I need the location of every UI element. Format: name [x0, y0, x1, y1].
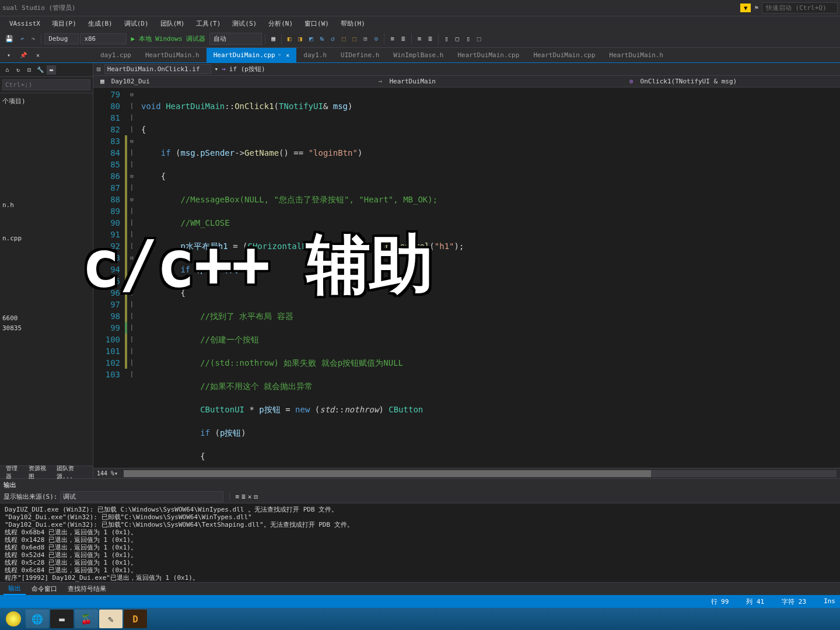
tab-winimplbase-h[interactable]: WinImplBase.h	[386, 48, 450, 62]
toolbar-icon[interactable]: ▦	[268, 33, 278, 44]
output-source-dropdown[interactable]: 调试	[60, 491, 223, 502]
close-icon[interactable]: ✕	[32, 51, 44, 60]
config-dropdown[interactable]: Debug	[44, 33, 79, 44]
nav-project[interactable]: Day102_Dui	[108, 78, 153, 85]
toolbar-icon[interactable]: ▯	[442, 33, 452, 44]
menu-tools[interactable]: 工具(T)	[191, 18, 225, 29]
solution-root[interactable]: 个项目)	[2, 96, 90, 107]
toolbar-icon[interactable]: ◧	[285, 33, 295, 44]
menu-team[interactable]: 团队(M)	[156, 18, 190, 29]
toolbar-icon[interactable]: ↺	[328, 33, 338, 44]
taskbar-app[interactable]: 🍒	[75, 610, 98, 628]
separator	[411, 34, 412, 44]
home-icon[interactable]: ⌂	[2, 65, 12, 75]
feedback-icon[interactable]: ⚑	[754, 4, 758, 12]
tab-day1-cpp[interactable]: day1.cpp	[93, 48, 138, 62]
dropdown-icon[interactable]: ▾	[215, 65, 219, 73]
code-text-area[interactable]: 7980818283848586878889909192939495969798…	[93, 88, 840, 468]
main-toolbar: 💾 ↶ ↷ Debug x86 ▶ 本地 Windows 调试器 自动 ▦ ◧ …	[0, 30, 840, 48]
arrow-icon: →	[375, 78, 386, 85]
tab-modified-icon: ◦	[278, 51, 282, 59]
toolbar-icon[interactable]: ≡	[415, 33, 425, 44]
wrench-icon[interactable]: 🔧	[36, 65, 45, 75]
toolbar-icon[interactable]: ⊞	[360, 33, 370, 44]
output-icon[interactable]: ≣	[242, 493, 246, 501]
toolbar-icon[interactable]: ⬚	[350, 33, 360, 44]
arrow-icon: →	[222, 65, 226, 73]
document-tabs: ▾ 📌 ✕ day1.cpp HeartDuiMain.h HeartDuiMa…	[0, 48, 840, 63]
toolbar-icon[interactable]: ▢	[453, 33, 463, 44]
start-debug-button[interactable]: ▶ 本地 Windows 调试器	[128, 33, 208, 45]
taskbar-app[interactable]: D	[124, 610, 147, 628]
output-icon[interactable]: ⊡	[254, 493, 258, 501]
toolbar-icon[interactable]: ⊙	[372, 33, 382, 44]
taskbar-app[interactable]: ✎	[99, 610, 123, 628]
menu-build[interactable]: 生成(B)	[83, 18, 117, 29]
taskbar-app[interactable]: ▬	[50, 610, 74, 628]
panel-dropdown-icon[interactable]: ▾	[2, 51, 15, 60]
toolbar-icon[interactable]: ◨	[295, 33, 305, 44]
toolbar-icon[interactable]: ≣	[398, 33, 408, 44]
nav-class[interactable]: HeartDuiMain	[386, 78, 439, 85]
menu-help[interactable]: 帮助(H)	[336, 18, 370, 29]
toolbar-icon[interactable]: ▯	[463, 33, 473, 44]
tab-heartduimain-cpp-3[interactable]: HeartDuiMain.cpp	[526, 48, 602, 62]
output-source-label: 显示输出来源(S):	[4, 492, 58, 501]
fold-gutter[interactable]: ⊟│││⊟││⊟│⊟││││⊟││││││││││	[127, 88, 136, 468]
nav-method[interactable]: OnClick1(TNotifyUI & msg)	[637, 78, 741, 85]
sidebar-item[interactable]: n.cpp	[2, 233, 90, 243]
menu-test[interactable]: 测试(S)	[228, 18, 261, 29]
horizontal-scrollbar[interactable]	[124, 470, 836, 477]
tab-command[interactable]: 命令窗口	[27, 583, 62, 594]
tab-heartduimain-h-2[interactable]: HeartDuiMain.h	[602, 48, 670, 62]
tab-heartduimain-h[interactable]: HeartDuiMain.h	[138, 48, 206, 62]
notification-badge[interactable]: ▼	[740, 4, 751, 12]
menu-project[interactable]: 项目(P)	[47, 18, 81, 29]
tab-day1-h[interactable]: day1.h	[296, 48, 334, 62]
filter-icon[interactable]: ⊡	[24, 65, 34, 75]
toolbar-icon[interactable]: ⬚	[474, 33, 484, 44]
tab-uidefine-h[interactable]: UIDefine.h	[334, 48, 386, 62]
toolbar-icon[interactable]: ≣	[425, 33, 435, 44]
zoom-level[interactable]: 144 %	[97, 470, 114, 477]
refresh-icon[interactable]: ↻	[13, 65, 23, 75]
menu-bar: VAssistX 项目(P) 生成(B) 调试(D) 团队(M) 工具(T) 测…	[0, 16, 840, 30]
pin-icon[interactable]: 📌	[15, 51, 32, 60]
tab-heartduimain-cpp-2[interactable]: HeartDuiMain.cpp	[450, 48, 526, 62]
menu-window[interactable]: 窗口(W)	[300, 18, 334, 29]
scope-dropdown[interactable]: HeartDuiMain.OnClick1.if	[104, 64, 211, 74]
taskbar-app[interactable]: 🌐	[26, 610, 49, 628]
separator	[265, 34, 265, 44]
status-char: 字符 23	[782, 597, 806, 606]
menu-analyze[interactable]: 分析(N)	[264, 18, 298, 29]
output-icon[interactable]: ✕	[248, 493, 252, 501]
toolbar-icon[interactable]: ↹	[317, 33, 327, 44]
menu-vassistx[interactable]: VAssistX	[5, 19, 45, 29]
code-editor: ⊡ HeartDuiMain.OnClick1.if ▾ → if (p按钮) …	[93, 63, 840, 478]
windows-taskbar: 🌐 ▬ 🍒 ✎ D	[0, 608, 840, 630]
undo-icon[interactable]: ↶	[18, 33, 27, 44]
tab-output[interactable]: 输出	[4, 583, 26, 595]
auto-dropdown[interactable]: 自动	[209, 33, 262, 45]
toolbar-icon[interactable]: ⬚	[339, 33, 349, 44]
quick-launch-input[interactable]	[762, 2, 838, 13]
save-icon[interactable]: 💾	[2, 33, 16, 44]
sidebar-item: 6600	[2, 313, 90, 323]
properties-icon[interactable]: ▬	[47, 65, 56, 75]
toolbar-icon[interactable]: ◩	[306, 33, 316, 44]
method-icon: ⊙	[626, 78, 637, 85]
redo-icon[interactable]: ↷	[29, 33, 38, 44]
toolbar-icon[interactable]: ≡	[387, 33, 397, 44]
platform-dropdown[interactable]: x86	[80, 33, 127, 44]
tab-heartduimain-cpp[interactable]: HeartDuiMain.cpp◦✕	[206, 48, 297, 62]
menu-debug[interactable]: 调试(D)	[120, 18, 153, 29]
close-icon[interactable]: ✕	[286, 52, 289, 58]
solution-search-input[interactable]	[2, 79, 90, 90]
sidebar-item[interactable]: n.h	[2, 200, 90, 210]
output-icon[interactable]: ≡	[236, 493, 240, 501]
taskbar-app[interactable]	[6, 611, 21, 626]
output-text[interactable]: DayIUZ_DUI.exe (Win3Z): 已加载 C:\Windows\S…	[0, 503, 840, 582]
breadcrumb-expr[interactable]: if (p按钮)	[229, 65, 265, 74]
zoom-dropdown-icon[interactable]: ▾	[114, 470, 118, 477]
tab-find-symbol[interactable]: 查找符号结果	[63, 583, 111, 594]
